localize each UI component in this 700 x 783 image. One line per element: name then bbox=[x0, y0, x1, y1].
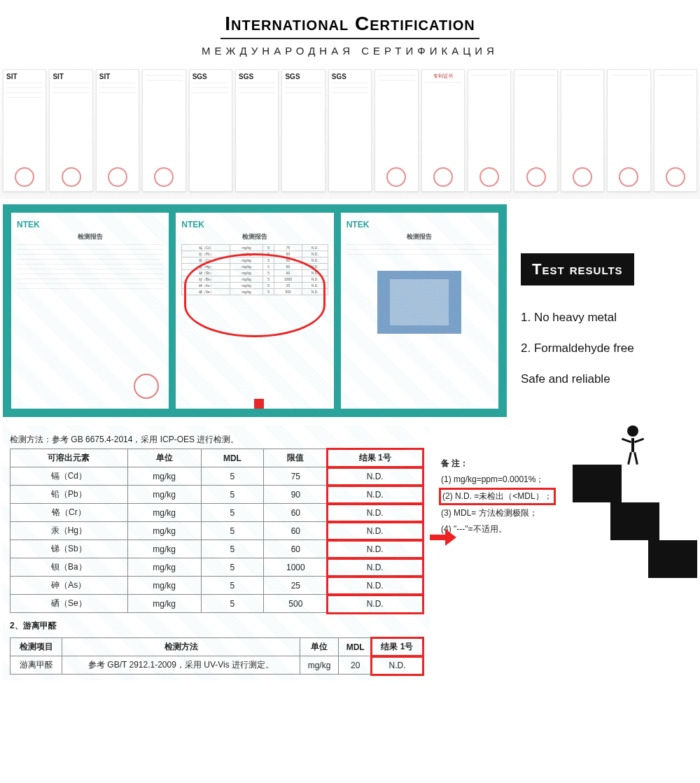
note-item: (3) MDL= 方法检测极限； bbox=[441, 507, 569, 519]
notes-panel: 备 注： (1) mg/kg=ppm=0.0001%； (2) N.D. =未检… bbox=[437, 453, 573, 544]
arrow-down-icon bbox=[248, 399, 270, 409]
cert-logo: 专利证书 bbox=[425, 73, 461, 80]
note-item-highlight: (2) N.D. =未检出（<MDL）； bbox=[441, 490, 554, 503]
page-title: International Certification bbox=[220, 13, 479, 39]
results-heading: Test results bbox=[521, 253, 634, 285]
report-title: 检测报告 bbox=[181, 232, 328, 241]
certificate-row: SIT SIT SIT SGS SGS SGS SGS 专利证书 bbox=[0, 65, 700, 199]
cert-logo: SGS bbox=[285, 73, 321, 80]
arrow-right-icon bbox=[430, 529, 456, 546]
notes-title: 备 注： bbox=[441, 458, 569, 470]
note-item: (1) mg/kg=ppm=0.0001%； bbox=[441, 474, 569, 486]
stamp-icon bbox=[134, 374, 159, 399]
formaldehyde-table: 检测项目检测方法单位MDL结果 1号游离甲醛参考 GB/T 2912.1-200… bbox=[10, 637, 423, 675]
elements-table: 可溶出元素单位MDL限值结果 1号镉（Cd）mg/kg575N.D.铅（Pb）m… bbox=[10, 449, 423, 613]
detail-table-panel: 检测方法：参考 GB 6675.4-2014，采用 ICP-OES 进行检测。 … bbox=[3, 425, 430, 680]
page-subtitle: МЕЖДУНАРОДНАЯ СЕРТИФИКАЦИЯ bbox=[0, 45, 700, 57]
person-icon bbox=[622, 425, 644, 465]
report-card: NTEK 检测报告 bbox=[341, 213, 498, 409]
section-title: 2、游离甲醛 bbox=[10, 620, 423, 632]
cert-logo: SGS bbox=[332, 73, 368, 80]
sample-photo bbox=[377, 271, 461, 334]
report-title: 检测报告 bbox=[346, 232, 493, 241]
report-panel: NTEK 检测报告 NTEK 检测报告 镉（Cd）mg/kg575N.D.铅（P… bbox=[3, 204, 507, 417]
result-item: 1. No heavy metal bbox=[521, 311, 697, 325]
stairs-graphic bbox=[580, 425, 697, 680]
note-item: (4) "---"=不适用。 bbox=[441, 523, 569, 535]
report-card: NTEK 检测报告 bbox=[11, 213, 169, 409]
cert-logo: SIT bbox=[52, 73, 89, 80]
report-brand: NTEK bbox=[346, 220, 493, 230]
report-brand: NTEK bbox=[17, 220, 163, 230]
result-item: 2. Formaldehyde free bbox=[521, 341, 697, 355]
cert-logo: SGS bbox=[192, 73, 229, 80]
cert-logo: SIT bbox=[6, 73, 43, 80]
result-summary: Safe and reliable bbox=[521, 372, 697, 386]
report-card: NTEK 检测报告 镉（Cd）mg/kg575N.D.铅（Pb）mg/kg590… bbox=[176, 213, 333, 409]
report-brand: NTEK bbox=[181, 220, 328, 230]
highlight-circle-icon bbox=[184, 253, 325, 337]
cert-logo: SIT bbox=[99, 73, 136, 80]
method-text: 检测方法：参考 GB 6675.4-2014，采用 ICP-OES 进行检测。 bbox=[10, 434, 423, 446]
report-title: 检测报告 bbox=[17, 232, 163, 241]
cert-logo: SGS bbox=[239, 73, 275, 80]
